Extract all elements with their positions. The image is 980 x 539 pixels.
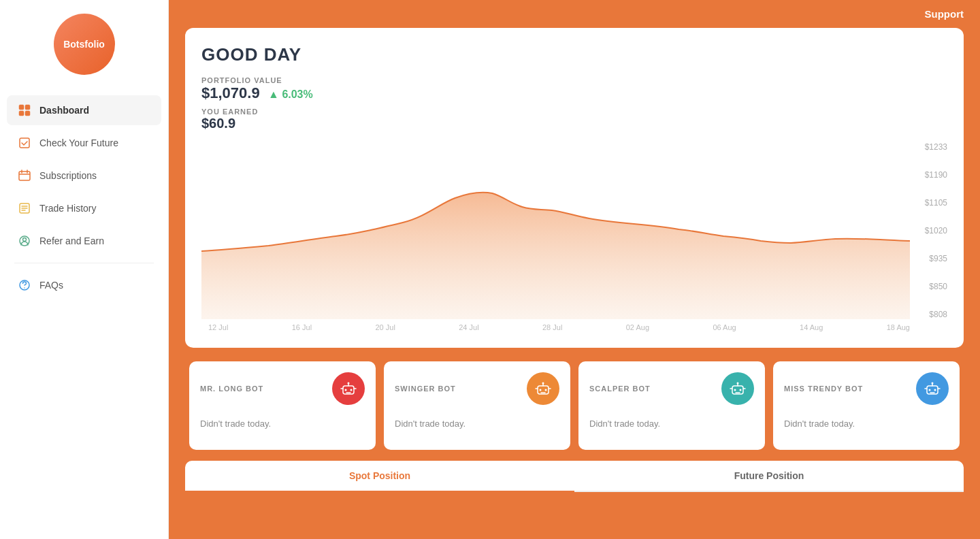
sidebar-item-refer-earn[interactable]: Refer and Earn <box>7 226 161 256</box>
subscriptions-icon <box>18 169 31 182</box>
portfolio-change: ▲ 6.03% <box>268 88 313 100</box>
svg-rect-3 <box>25 111 30 116</box>
portfolio-value: $1,070.9 <box>201 84 260 101</box>
logo-text: Botsfolio <box>63 39 105 50</box>
y-label-3: $1020 <box>915 226 947 235</box>
bot-status-mr-long: Didn't trade today. <box>200 419 365 429</box>
svg-point-18 <box>542 382 544 385</box>
trade-history-icon <box>18 201 31 215</box>
bot-name-swinger: SWINGER BOT <box>395 385 456 393</box>
x-label-8: 18 Aug <box>887 323 910 331</box>
y-label-6: $808 <box>915 310 947 319</box>
support-link[interactable]: Support <box>925 8 964 20</box>
bot-header-mr-long: MR. LONG BOT <box>200 372 365 405</box>
svg-point-20 <box>734 389 736 391</box>
svg-point-24 <box>929 389 931 391</box>
bot-header-swinger: SWINGER BOT <box>395 372 559 405</box>
sidebar-item-check-future-label: Check Your Future <box>39 137 118 148</box>
bot-card-miss-trendy: MISS TRENDY BOT Didn't trade today. <box>773 361 960 450</box>
svg-point-25 <box>934 389 936 391</box>
bot-status-miss-trendy: Didn't trade today. <box>784 419 949 429</box>
sidebar-item-faqs-label: FAQs <box>39 280 63 291</box>
sidebar-item-faqs[interactable]: FAQs <box>7 270 161 300</box>
x-label-4: 28 Jul <box>542 323 562 331</box>
bot-status-swinger: Didn't trade today. <box>395 419 559 429</box>
sidebar-item-trade-history-label: Trade History <box>39 203 97 214</box>
bot-header-miss-trendy: MISS TRENDY BOT <box>784 372 949 405</box>
x-label-5: 02 Aug <box>626 323 649 331</box>
dashboard-card: GOOD DAY PORTFOLIO VALUE $1,070.9 ▲ 6.03… <box>185 28 964 348</box>
faqs-icon <box>18 278 31 292</box>
bot-card-scalper: SCALPER BOT Didn't trade today. <box>578 361 765 450</box>
greeting: GOOD DAY <box>201 44 947 65</box>
bot-name-miss-trendy: MISS TRENDY BOT <box>784 385 863 393</box>
x-label-1: 16 Jul <box>292 323 312 331</box>
y-label-2: $1105 <box>915 198 947 208</box>
position-tabs: Spot Position Future Position <box>185 461 964 492</box>
svg-point-10 <box>24 287 25 289</box>
earned-label: YOU EARNED <box>201 108 947 116</box>
tab-future-position[interactable]: Future Position <box>574 461 964 492</box>
main-content: Support GOOD DAY PORTFOLIO VALUE $1,070.… <box>169 0 980 539</box>
y-label-5: $850 <box>915 282 947 291</box>
portfolio-section: PORTFOLIO VALUE $1,070.9 ▲ 6.03% <box>201 76 947 102</box>
bots-row: MR. LONG BOT Didn't trade today. <box>185 361 964 450</box>
bot-card-swinger: SWINGER BOT Didn't trade today. <box>384 361 570 450</box>
bot-status-scalper: Didn't trade today. <box>589 419 754 429</box>
bot-header-scalper: SCALPER BOT <box>589 372 754 405</box>
portfolio-value-row: $1,070.9 ▲ 6.03% <box>201 84 947 102</box>
x-axis: 12 Jul 16 Jul 20 Jul 24 Jul 28 Jul 02 Au… <box>201 319 947 331</box>
x-label-2: 20 Jul <box>376 323 395 331</box>
bot-icon-miss-trendy <box>916 372 949 405</box>
bot-icon-swinger <box>527 372 559 405</box>
y-axis: $1233 $1190 $1105 $1020 $935 $850 $808 <box>915 142 947 319</box>
portfolio-label: PORTFOLIO VALUE <box>201 76 947 84</box>
svg-point-13 <box>350 389 353 391</box>
svg-rect-2 <box>19 111 24 116</box>
dashboard-icon <box>18 103 31 117</box>
check-future-icon <box>18 136 31 150</box>
x-label-3: 24 Jul <box>459 323 478 331</box>
svg-rect-0 <box>19 105 24 110</box>
refer-earn-icon <box>18 234 31 248</box>
earned-value: $60.9 <box>201 116 947 131</box>
nav-menu: Dashboard Check Your Future Subscription… <box>0 95 168 303</box>
y-label-0: $1233 <box>915 142 947 152</box>
svg-rect-4 <box>20 138 29 148</box>
sidebar-item-refer-earn-label: Refer and Earn <box>39 235 104 246</box>
sidebar-item-dashboard-label: Dashboard <box>39 105 89 116</box>
sidebar-item-dashboard[interactable]: Dashboard <box>7 95 161 125</box>
y-label-4: $935 <box>915 254 947 263</box>
bot-icon-mr-long <box>332 372 365 405</box>
svg-point-8 <box>23 238 27 242</box>
chart-svg <box>201 142 910 319</box>
sidebar: Botsfolio Dashboard Check Your Futur <box>0 0 169 539</box>
bot-name-mr-long: MR. LONG BOT <box>200 385 263 393</box>
sidebar-item-subscriptions-label: Subscriptions <box>39 170 97 181</box>
y-label-1: $1190 <box>915 170 947 180</box>
svg-point-22 <box>737 382 739 385</box>
chart-area: $1233 $1190 $1105 $1020 $935 $850 $808 <box>201 142 947 331</box>
tab-spot-position[interactable]: Spot Position <box>185 461 574 492</box>
sidebar-item-subscriptions[interactable]: Subscriptions <box>7 161 161 191</box>
earned-section: YOU EARNED $60.9 <box>201 108 947 131</box>
svg-rect-5 <box>19 172 30 180</box>
x-label-0: 12 Jul <box>208 323 228 331</box>
header: Support <box>169 0 980 28</box>
x-label-6: 06 Aug <box>713 323 736 331</box>
bot-icon-scalper <box>721 372 754 405</box>
nav-divider <box>14 263 153 263</box>
sidebar-item-check-future[interactable]: Check Your Future <box>7 128 161 158</box>
sidebar-item-trade-history[interactable]: Trade History <box>7 193 161 223</box>
bot-name-scalper: SCALPER BOT <box>589 385 651 393</box>
svg-point-26 <box>932 382 934 385</box>
svg-point-12 <box>345 389 347 391</box>
bot-card-mr-long: MR. LONG BOT Didn't trade today. <box>189 361 376 450</box>
logo[interactable]: Botsfolio <box>54 14 115 75</box>
svg-point-16 <box>540 389 542 391</box>
svg-point-17 <box>545 389 547 391</box>
svg-point-21 <box>740 389 742 391</box>
x-label-7: 14 Aug <box>800 323 823 331</box>
svg-rect-1 <box>25 105 30 110</box>
svg-point-14 <box>348 382 350 385</box>
